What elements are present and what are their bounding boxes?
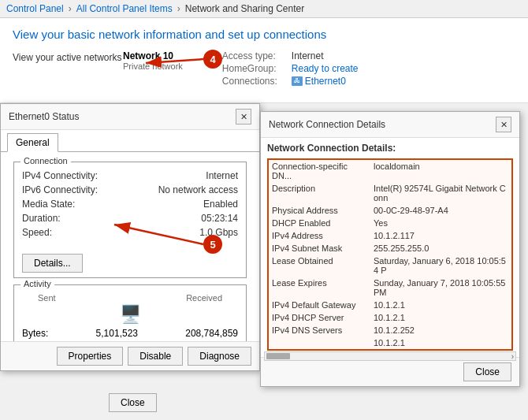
table-cell-value: 10.1.2.1 [370,311,512,324]
netdetails-titlebar: Network Connection Details ✕ [261,112,519,138]
connections-label: Connections: [222,76,285,87]
netdetails-subtitle: Network Connection Details: [267,143,513,154]
ethernet-dialog-titlebar: Ethernet0 Status ✕ [1,104,259,130]
table-row: IPv4 Address10.1.2.117 [268,229,512,242]
table-cell-label: Description [268,182,370,204]
table-cell-label: IPv4 DNS Servers [268,324,370,336]
network-activity-icon: 🖥️ [120,304,141,324]
netdetails-close-button[interactable]: ✕ [496,117,511,132]
homegroup-label: HomeGroup: [222,63,285,74]
dialogs-area: Ethernet0 Status ✕ General Connection IP… [0,103,528,387]
ethernet-tabs: General [1,130,259,152]
netdetails-table: Connection-specific DN...localdomainDesc… [267,158,513,365]
ipv6-value: No network access [158,184,238,195]
table-row: Lease ExpiresSunday, January 7, 2018 10:… [268,277,512,299]
table-cell-label: Physical Address [268,204,370,217]
table-cell-value: Saturday, January 6, 2018 10:05:54 P [370,255,512,277]
table-row: IPv4 DNS Servers10.1.2.252 [268,324,512,336]
netdetails-close-button-footer[interactable]: Close [463,362,511,381]
ipv4-value: Internet [206,170,238,181]
table-cell-label: DHCP Enabled [268,217,370,229]
horizontal-scrollbar[interactable]: › [264,351,516,361]
scrollbar-thumb[interactable] [266,353,290,359]
media-value: Enabled [203,199,238,210]
sent-bytes: 5,101,523 [96,328,138,339]
table-row: DescriptionIntel(R) 92574L Gigabit Netwo… [268,182,512,204]
access-info: Access type: Internet HomeGroup: Ready t… [222,50,359,87]
access-type-value: Internet [292,50,324,61]
table-row: IPv4 Subnet Mask255.255.255.0 [268,242,512,255]
table-row: Connection-specific DN...localdomain [268,159,512,182]
ipv4-label: IPv4 Connectivity: [22,170,109,181]
network-info: Network 10 Private network [123,50,183,71]
table-row: Physical Address00-0C-29-48-97-A4 [268,204,512,217]
ethernet-dialog-footer: Properties Disable Diagnose [1,341,259,370]
table-row: Lease ObtainedSaturday, January 6, 2018 … [268,255,512,277]
table-cell-value: 10.1.2.1 [370,299,512,311]
breadcrumb: Control Panel › All Control Panel Items … [0,0,528,18]
access-type-label: Access type: [222,50,285,61]
table-cell-value: 10.1.2.117 [370,229,512,242]
table-cell-value: 10.1.2.1 [370,336,512,350]
table-cell-value: 255.255.255.0 [370,242,512,255]
connection-group-label: Connection [20,156,71,165]
main-panel: View your basic network information and … [0,18,528,103]
scroll-right-btn[interactable]: › [510,352,515,361]
ethernet-dialog-title: Ethernet0 Status [9,111,79,122]
netdetails-title: Network Connection Details [269,119,385,130]
table-row: IPv4 Default Gateway10.1.2.1 [268,299,512,311]
table-row: 10.1.2.1 [268,336,512,350]
received-bytes: 208,784,859 [185,328,238,339]
sent-label: Sent [38,293,56,303]
table-cell-value: Sunday, January 7, 2018 10:05:55 PM [370,277,512,299]
netdetails-body[interactable]: Network Connection Details: Connection-s… [261,138,519,365]
bytes-label: Bytes: [22,328,48,339]
diagnose-button[interactable]: Diagnose [188,347,251,366]
activity-group: Activity Sent Received 🖥️ Bytes: 5,101,5… [13,284,247,344]
breadcrumb-current: Network and Sharing Center [185,3,304,14]
activity-group-label: Activity [20,279,54,288]
table-cell-label: Lease Expires [268,277,370,299]
tab-general[interactable]: General [7,133,58,152]
breadcrumb-all-items[interactable]: All Control Panel Items [76,3,173,14]
ready-create-link[interactable]: Ready to create [292,63,359,74]
connection-group: Connection IPv4 Connectivity: Internet I… [13,162,247,278]
ethernet-link[interactable]: Ethernet0 [305,76,346,87]
ethernet-icon: 🖧 [292,76,303,86]
disable-button[interactable]: Disable [128,347,183,366]
table-cell-value: Intel(R) 92574L Gigabit Network Conn [370,182,512,204]
duration-label: Duration: [22,213,109,224]
ethernet-status-dialog: Ethernet0 Status ✕ General Connection IP… [0,103,260,371]
breadcrumb-sep-2: › [177,3,180,14]
table-cell-label: IPv4 DHCP Server [268,311,370,324]
ethernet-close-button[interactable]: ✕ [236,109,251,125]
ethernet-dialog-body: Connection IPv4 Connectivity: Internet I… [1,152,259,360]
speed-label: Speed: [22,227,109,238]
properties-button[interactable]: Properties [57,347,124,366]
speed-value: 1.0 Gbps [199,227,238,238]
table-cell-label [268,336,370,350]
network-type: Private network [123,61,183,71]
table-cell-label: IPv4 Subnet Mask [268,242,370,255]
view-active-label: View your active networks [13,52,122,63]
table-cell-value: 00-0C-29-48-97-A4 [370,204,512,217]
breadcrumb-sep-1: › [69,3,72,14]
table-cell-value: Yes [370,217,512,229]
table-row: IPv4 DHCP Server10.1.2.1 [268,311,512,324]
breadcrumb-control-panel[interactable]: Control Panel [6,3,64,14]
network-name: Network 10 [123,50,183,61]
media-label: Media State: [22,199,109,210]
netdetails-dialog: Network Connection Details ✕ Network Con… [260,111,520,387]
ipv6-label: IPv6 Connectivity: [22,184,109,195]
table-cell-value: 10.1.2.252 [370,324,512,336]
table-cell-label: IPv4 Address [268,229,370,242]
table-cell-label: Lease Obtained [268,255,370,277]
received-label: Received [186,293,222,303]
page-title: View your basic network information and … [13,28,515,41]
table-cell-value: localdomain [370,159,512,182]
details-button[interactable]: Details... [22,254,83,273]
bottom-close-button[interactable]: Close [109,393,157,412]
table-cell-label: IPv4 Default Gateway [268,299,370,311]
table-cell-label: Connection-specific DN... [268,159,370,182]
duration-value: 05:23:14 [201,213,238,224]
